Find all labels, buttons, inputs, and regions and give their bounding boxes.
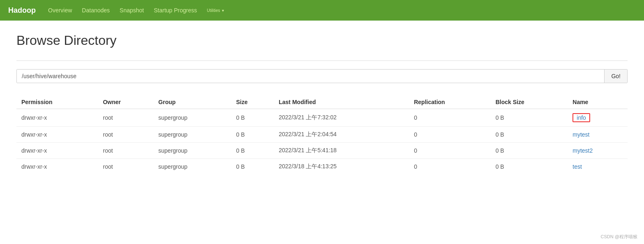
- cell-name: test: [568, 159, 628, 175]
- main-content: Browse Directory /user/hive/warehouse Go…: [0, 21, 644, 187]
- cell-group: supergroup: [153, 127, 231, 143]
- cell-name: info: [568, 109, 628, 127]
- name-link-test[interactable]: test: [572, 163, 582, 170]
- cell-last-modified: 2022/3/21 上午2:04:54: [274, 127, 409, 143]
- table-row: drwxr-xr-xrootsupergroup0 B2022/3/21 上午7…: [16, 109, 628, 127]
- nav-link-overview[interactable]: Overview: [48, 5, 72, 15]
- name-link-mytest[interactable]: mytest: [572, 131, 589, 138]
- cell-permission: drwxr-xr-x: [16, 127, 98, 143]
- cell-permission: drwxr-xr-x: [16, 109, 98, 127]
- col-header-owner: Owner: [98, 95, 153, 109]
- cell-last-modified: 2022/3/21 上午7:32:02: [274, 109, 409, 127]
- cell-size: 0 B: [231, 159, 274, 175]
- nav-utilities-menu[interactable]: Utilities ▾: [207, 8, 224, 13]
- chevron-down-icon: ▾: [222, 8, 224, 13]
- name-link-mytest2[interactable]: mytest2: [572, 147, 593, 154]
- nav-link-startup-progress[interactable]: Startup Progress: [154, 5, 197, 15]
- col-header-size: Size: [231, 95, 274, 109]
- nav-link-datanodes[interactable]: Datanodes: [82, 5, 110, 15]
- col-header-last-modified: Last Modified: [274, 95, 409, 109]
- navbar: Hadoop Overview Datanodes Snapshot Start…: [0, 0, 644, 21]
- cell-owner: root: [98, 159, 153, 175]
- cell-permission: drwxr-xr-x: [16, 143, 98, 159]
- cell-replication: 0: [409, 159, 490, 175]
- cell-block-size: 0 B: [491, 109, 568, 127]
- cell-replication: 0: [409, 109, 490, 127]
- cell-size: 0 B: [231, 109, 274, 127]
- col-header-permission: Permission: [16, 95, 98, 109]
- cell-size: 0 B: [231, 143, 274, 159]
- cell-group: supergroup: [153, 159, 231, 175]
- go-button[interactable]: Go!: [604, 70, 627, 83]
- brand-logo: Hadoop: [8, 6, 36, 15]
- col-header-block-size: Block Size: [491, 95, 568, 109]
- cell-last-modified: 2022/3/21 上午5:41:18: [274, 143, 409, 159]
- cell-block-size: 0 B: [491, 159, 568, 175]
- divider: [16, 60, 628, 61]
- cell-name: mytest: [568, 127, 628, 143]
- col-header-group: Group: [153, 95, 231, 109]
- col-header-replication: Replication: [409, 95, 490, 109]
- table-header: Permission Owner Group Size Last Modifie…: [16, 95, 628, 109]
- directory-table: Permission Owner Group Size Last Modifie…: [16, 95, 628, 174]
- cell-group: supergroup: [153, 143, 231, 159]
- table-row: drwxr-xr-xrootsupergroup0 B2022/3/21 上午5…: [16, 143, 628, 159]
- table-row: drwxr-xr-xrootsupergroup0 B2022/3/18 上午4…: [16, 159, 628, 175]
- table-row: drwxr-xr-xrootsupergroup0 B2022/3/21 上午2…: [16, 127, 628, 143]
- cell-name: mytest2: [568, 143, 628, 159]
- cell-block-size: 0 B: [491, 143, 568, 159]
- cell-replication: 0: [409, 127, 490, 143]
- search-input[interactable]: /user/hive/warehouse: [17, 70, 604, 83]
- nav-utilities-label: Utilities: [207, 8, 220, 13]
- page-title: Browse Directory: [16, 33, 628, 48]
- nav-link-snapshot[interactable]: Snapshot: [120, 5, 144, 15]
- directory-search-bar: /user/hive/warehouse Go!: [16, 69, 628, 83]
- cell-block-size: 0 B: [491, 127, 568, 143]
- cell-owner: root: [98, 143, 153, 159]
- cell-group: supergroup: [153, 109, 231, 127]
- cell-owner: root: [98, 109, 153, 127]
- cell-last-modified: 2022/3/18 上午4:13:25: [274, 159, 409, 175]
- cell-size: 0 B: [231, 127, 274, 143]
- col-header-name: Name: [568, 95, 628, 109]
- name-link-info[interactable]: info: [577, 114, 586, 121]
- cell-permission: drwxr-xr-x: [16, 159, 98, 175]
- cell-replication: 0: [409, 143, 490, 159]
- table-body: drwxr-xr-xrootsupergroup0 B2022/3/21 上午7…: [16, 109, 628, 175]
- cell-owner: root: [98, 127, 153, 143]
